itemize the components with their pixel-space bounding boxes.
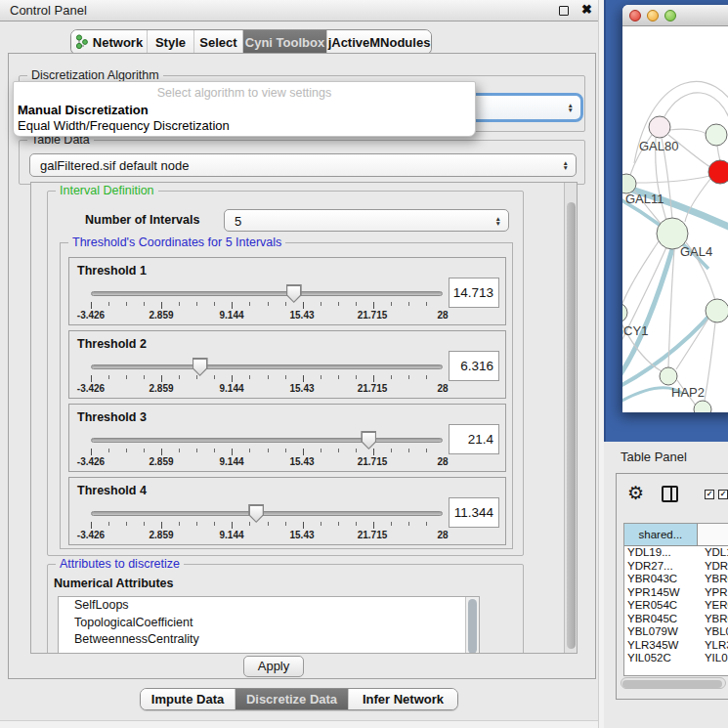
list-scrollbar-thumb[interactable] (468, 599, 477, 654)
control-panel: Control Panel ✖ Network Style Select (0, 0, 604, 728)
table-row[interactable]: YIL052CYIL0... (624, 652, 728, 665)
node-gal80[interactable] (649, 116, 670, 138)
interval-definition-group: Interval Definition Number of Intervals … (47, 191, 524, 556)
columns-icon[interactable] (662, 486, 678, 502)
threshold-1-value-input[interactable] (449, 278, 499, 308)
table-row[interactable]: YDR27...YDR2... (624, 560, 728, 574)
threshold-3-slider[interactable]: -3.426 2.859 9.144 15.43 21.715 28 (91, 434, 443, 467)
table-panel-box: ⚙ ✓ ✓ shared... na... YDL19...YDL1... YD… (616, 473, 728, 700)
gear-icon[interactable]: ⚙ (627, 482, 644, 504)
node-h[interactable] (706, 299, 728, 322)
table-horizontal-scrollbar[interactable] (621, 677, 726, 689)
node-gcy1[interactable] (622, 303, 627, 322)
tab-jactivemnodules[interactable]: jActiveMNodules (327, 30, 431, 54)
table-row[interactable]: YLR345WYLR3... (624, 639, 728, 653)
list-scrollbar[interactable] (465, 597, 479, 654)
slider-tick-labels: -3.426 2.859 9.144 15.43 21.715 28 (91, 310, 443, 321)
table-data-group: Table Data galFiltered.sif default node … (19, 140, 585, 185)
slider-track[interactable] (91, 438, 443, 443)
settings-scrollbar[interactable] (564, 183, 577, 653)
close-traffic-light-icon[interactable] (629, 10, 641, 21)
slider-track[interactable] (91, 511, 443, 516)
list-item-betweennesscentrality[interactable]: BetweennessCentrality (59, 631, 479, 649)
screen: Control Panel ✖ Network Style Select (0, 0, 728, 728)
threshold-1-slider[interactable]: -3.426 2.859 9.144 15.43 21.715 28 (91, 287, 443, 321)
close-icon[interactable]: ✖ (581, 2, 592, 17)
combo-stepper-icon: ▲▼ (563, 160, 569, 170)
number-of-intervals-label: Number of Intervals (85, 213, 199, 227)
label-gal11: GAL11 (625, 192, 664, 206)
threshold-4-value-input[interactable] (449, 497, 499, 528)
combo-stepper-icon: ▲▼ (495, 216, 501, 226)
table-panel-title: Table Panel (621, 450, 687, 464)
tab-cyni-toolbox[interactable]: Cyni Toolbox (243, 30, 327, 54)
table-row[interactable]: YBR043CYBR0... (624, 573, 728, 586)
table-data-combobox-value: galFiltered.sif default node (40, 158, 189, 173)
table-row[interactable]: YPR145WYPR1... (624, 586, 728, 600)
menu-item-manual-discretization[interactable]: Manual Discretization (18, 103, 149, 117)
checkbox-icon[interactable]: ✓ (705, 490, 714, 499)
discretization-algorithm-group-label: Discretization Algorithm (27, 68, 163, 82)
tab-impute-data[interactable]: Impute Data (141, 689, 236, 709)
slider-tick-labels: -3.426 2.859 9.144 15.43 21.715 28 (91, 530, 443, 541)
table-data-combobox[interactable]: galFiltered.sif default node ▲▼ (29, 153, 577, 177)
slider-major-ticks (91, 449, 444, 455)
threshold-2-value-input[interactable] (449, 351, 499, 381)
slider-track[interactable] (91, 364, 443, 369)
zoom-traffic-light-icon[interactable] (664, 10, 676, 21)
float-window-icon[interactable] (559, 6, 569, 16)
menu-item-equal-width-frequency[interactable]: Equal Width/Frequency Discretization (18, 118, 230, 133)
control-panel-title: Control Panel (10, 3, 87, 18)
column-header-name[interactable]: na... (698, 524, 728, 546)
table-rows: YDL19...YDL1... YDR27...YDR2... YBR043CY… (624, 546, 728, 675)
tab-select-label: Select (199, 35, 236, 50)
tab-infer-network[interactable]: Infer Network (349, 689, 457, 709)
tab-cyni-toolbox-label: Cyni Toolbox (245, 35, 324, 50)
slider-thumb[interactable] (193, 358, 208, 376)
settings-scroll-viewport: Interval Definition Number of Intervals … (30, 182, 578, 654)
slider-thumb[interactable] (248, 504, 264, 523)
slider-major-ticks (91, 375, 444, 382)
minimize-traffic-light-icon[interactable] (647, 10, 659, 21)
network-nodes[interactable] (622, 116, 728, 412)
table-row[interactable]: YDL19...YDL1... (624, 546, 728, 560)
slider-track[interactable] (91, 291, 443, 296)
node-hap2[interactable] (660, 367, 677, 385)
list-item-topologicalcoefficient[interactable]: TopologicalCoefficient (59, 615, 479, 632)
checkbox-icon[interactable]: ✓ (718, 490, 728, 499)
node-partial-top-right[interactable] (706, 124, 727, 146)
tab-discretize-data[interactable]: Discretize Data (236, 689, 349, 709)
tab-network[interactable]: Network (71, 30, 148, 54)
node-table: shared... na... YDL19...YDL1... YDR27...… (623, 523, 728, 676)
settings-scrollbar-thumb[interactable] (567, 202, 576, 649)
table-horizontal-scrollbar-thumb[interactable] (622, 680, 722, 688)
threshold-2-label: Threshold 2 (77, 337, 147, 351)
tab-style[interactable]: Style (148, 30, 194, 54)
threshold-3-value-input[interactable] (449, 424, 499, 454)
dropdown-placeholder: Select algorithm to view settings (14, 86, 475, 100)
column-header-shared-name[interactable]: shared... (624, 524, 698, 546)
threshold-2-slider[interactable]: -3.426 2.859 9.144 15.43 21.715 28 (91, 361, 443, 394)
table-row[interactable]: YBR045CYBR0... (624, 613, 728, 626)
list-item-selfloops[interactable]: SelfLoops (59, 597, 479, 615)
threshold-1-row: Threshold 1 -3.426 2.859 9.144 (68, 257, 506, 325)
node-red-selected[interactable] (708, 160, 728, 184)
network-window-titlebar[interactable] (622, 5, 728, 26)
tab-style-label: Style (155, 35, 186, 50)
threshold-4-label: Threshold 4 (77, 484, 147, 497)
slider-thumb[interactable] (361, 431, 376, 450)
threshold-4-slider[interactable]: -3.426 2.859 9.144 15.43 21.715 28 (91, 507, 443, 540)
label-hap2: HAP2 (671, 385, 705, 400)
apply-button[interactable]: Apply (243, 656, 304, 677)
node-partial-bottom[interactable] (694, 401, 711, 412)
slider-thumb[interactable] (286, 284, 302, 303)
tab-jactivemnodules-label: jActiveMNodules (328, 35, 431, 50)
table-row[interactable]: YER054CYER0... (624, 599, 728, 613)
threshold-3-row: Threshold 3 -3.426 2.859 9.144 (68, 404, 506, 472)
network-canvas[interactable]: GAL80 GA C GAL11 GAL4 GCY1 H HAP2 (622, 26, 728, 412)
number-of-intervals-combobox[interactable]: 5 ▲▼ (224, 209, 509, 232)
tab-impute-data-label: Impute Data (151, 692, 224, 707)
table-row[interactable]: YBL079WYBL0... (624, 625, 728, 639)
network-view-window[interactable]: GAL80 GA C GAL11 GAL4 GCY1 H HAP2 (622, 5, 728, 412)
tab-select[interactable]: Select (194, 30, 243, 54)
